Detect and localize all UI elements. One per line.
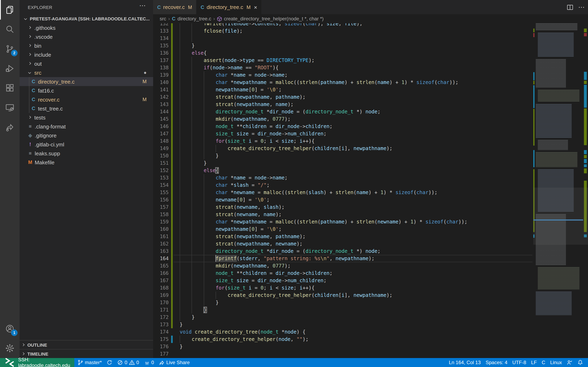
code-line-143[interactable]: 143 strcat(newpathname, name); [153, 101, 533, 108]
cursor-position[interactable]: Ln 164, Col 13 [446, 358, 483, 367]
activity-remote-explorer-button[interactable] [0, 98, 20, 117]
activity-source-control-button[interactable]: 2 [0, 39, 20, 59]
feedback-button[interactable] [564, 358, 575, 367]
code-line-139[interactable]: 139 char *name = node->name; [153, 71, 533, 79]
code-line-137[interactable]: 137 assert(node->type == DIRECTORY_TYPE)… [153, 57, 533, 64]
code-line-169[interactable]: 169 create_directory_tree_helper(childre… [153, 292, 533, 299]
code-line-140[interactable]: 140 char *newpathname = malloc((strlen(p… [153, 79, 533, 86]
more-actions-icon[interactable]: ⋯ [578, 3, 585, 11]
code-line-164[interactable]: 164 fprintf(stderr, "pattern string: %s\… [153, 255, 533, 262]
tree-item-makefile[interactable]: MMakefile [20, 158, 153, 167]
code-line-149[interactable]: 149 create_directory_tree_helper(childre… [153, 145, 533, 152]
code-line-155[interactable]: 155 char *newname = malloc((strlen(slash… [153, 189, 533, 196]
editor-group: Crecover.cMCdirectory_tree.cM× ⋯ src›Cdi… [153, 0, 588, 358]
code-line-166[interactable]: 166 node_t **children = dir_node->childr… [153, 269, 533, 277]
code-line-151[interactable]: 151 } [153, 159, 533, 167]
ports-indicator[interactable]: 0 [141, 358, 156, 367]
tree-item-recover-c[interactable]: Crecover.cM [20, 95, 153, 104]
tree-item-directory-tree-c[interactable]: Cdirectory_tree.cM [20, 77, 153, 86]
code-line-163[interactable]: 163 directory_node_t *dir_node = (direct… [153, 248, 533, 255]
code-line-156[interactable]: 156 newname[0] = '\0'; [153, 196, 533, 203]
code-line-173[interactable]: 173} [153, 321, 533, 328]
os-indicator[interactable]: Linux [548, 358, 564, 367]
activity-accounts-button[interactable]: 1 [0, 319, 20, 338]
branch-indicator[interactable]: master* [75, 358, 104, 367]
code-line-167[interactable]: 167 size_t size = dir_node->num_children… [153, 277, 533, 284]
split-editor-icon[interactable] [567, 4, 573, 10]
code-line-134[interactable]: 134 [153, 35, 533, 42]
tree-item-leaks-supp[interactable]: ≡leaks.supp [20, 149, 153, 158]
code-line-154[interactable]: 154 char *slash = "/"; [153, 182, 533, 189]
tree-item-fat16-c[interactable]: Cfat16.c [20, 86, 153, 95]
code-line-161[interactable]: 161 strcat(newpathname, pathname); [153, 233, 533, 240]
code-line-159[interactable]: 159 char *newpathname = malloc((strlen(p… [153, 218, 533, 225]
notifications-bell[interactable] [575, 358, 586, 367]
code-line-142[interactable]: 142 strcat(newpathname, pathname); [153, 93, 533, 101]
code-line-157[interactable]: 157 strcat(newname, slash); [153, 203, 533, 211]
code-line-168[interactable]: 168 for(size_t i = 0; i < size; i++){ [153, 284, 533, 292]
activity-run-debug-button[interactable] [0, 59, 20, 78]
code-line-152[interactable]: 152 else{ [153, 167, 533, 174]
sidebar-more-actions-icon[interactable]: ⋯ [139, 2, 146, 9]
eol-indicator[interactable]: LF [528, 358, 539, 367]
live-share-button[interactable]: Live Share [156, 358, 192, 367]
activity-settings-button[interactable] [0, 338, 20, 358]
tab-directory-tree-c[interactable]: Cdirectory_tree.cM× [197, 0, 261, 14]
code-line-174[interactable]: 174void create_directory_tree(node_t *no… [153, 328, 533, 336]
tab-recover-c[interactable]: Crecover.cM [153, 0, 196, 14]
activity-search-button[interactable] [0, 20, 20, 39]
tree-root-folder[interactable]: PRETEST-AGANGAVA [SSH: LABRADOODLE.CALTE… [20, 14, 153, 23]
code-line-133[interactable]: 133 fclose(file); [153, 27, 533, 35]
line-number: 170 [153, 299, 169, 306]
code-line-170[interactable]: 170 } [153, 299, 533, 306]
tree-item-src[interactable]: src● [20, 68, 153, 77]
code-line-132[interactable]: 132 fwrite(filenode->contents, sizeof(ch… [153, 23, 533, 27]
tree-item-out[interactable]: out [20, 59, 153, 68]
code-line-135[interactable]: 135 } [153, 42, 533, 49]
code-line-160[interactable]: 160 newpathname[0] = '\0'; [153, 225, 533, 233]
activity-extensions-button[interactable] [0, 78, 20, 98]
sync-button[interactable] [104, 358, 115, 367]
language-indicator[interactable]: C [539, 358, 548, 367]
code-line-172[interactable]: 172 } [153, 314, 533, 321]
tree-item-tests[interactable]: tests [20, 113, 153, 122]
problems-indicator[interactable]: 00 [115, 358, 141, 367]
code-line-165[interactable]: 165 mkdir(newpathname, 0777); [153, 262, 533, 269]
tree-item--clang-format[interactable]: ≡.clang-format [20, 122, 153, 131]
code-line-158[interactable]: 158 strcat(newname, name); [153, 211, 533, 218]
code-line-153[interactable]: 153 char *name = node->name; [153, 174, 533, 182]
tree-item-bin[interactable]: bin [20, 41, 153, 50]
code-line-150[interactable]: 150 } [153, 152, 533, 159]
code-line-145[interactable]: 145 mkdir(newpathname, 0777); [153, 115, 533, 123]
minimap-slider[interactable] [533, 188, 588, 245]
breadcrumb-item[interactable]: directory_tree.c [177, 16, 211, 22]
close-icon[interactable]: × [254, 4, 257, 10]
code-line-175[interactable]: 175 create_directory_tree_helper(node, "… [153, 336, 533, 343]
code-line-148[interactable]: 148 for(size_t i = 0; i < size; i++){ [153, 137, 533, 145]
tree-item--githooks[interactable]: .githooks [20, 23, 153, 32]
tree-item-include[interactable]: include [20, 50, 153, 59]
code-line-141[interactable]: 141 newpathname[0] = '\0'; [153, 86, 533, 93]
breadcrumb-item[interactable]: create_directory_tree_helper(node_t *, c… [224, 16, 324, 22]
activity-explorer-button[interactable] [0, 0, 20, 20]
code-editor[interactable]: 132 fwrite(filenode->contents, sizeof(ch… [153, 23, 533, 358]
code-line-144[interactable]: 144 directory_node_t *dir_node = (direct… [153, 108, 533, 115]
code-line-138[interactable]: 138 if(node->name == "ROOT"){ [153, 64, 533, 71]
indentation-indicator[interactable]: Spaces: 4 [483, 358, 510, 367]
code-line-171[interactable]: 171 } [153, 306, 533, 314]
tree-item--gitlab-ci-yml[interactable]: !.gitlab-ci.yml [20, 140, 153, 149]
code-line-176[interactable]: 176} [153, 343, 533, 350]
encoding-indicator[interactable]: UTF-8 [510, 358, 528, 367]
code-line-177[interactable]: 177 [153, 350, 533, 358]
tree-item--gitignore[interactable]: ◆.gitignore [20, 131, 153, 140]
sidebar-section-outline[interactable]: OUTLINE [20, 340, 153, 349]
activity-live-share-button[interactable] [0, 117, 20, 137]
breadcrumb-item[interactable]: src [160, 16, 166, 22]
code-line-162[interactable]: 162 strcat(newpathname, newname); [153, 240, 533, 248]
tree-item--vscode[interactable]: .vscode [20, 32, 153, 41]
code-line-136[interactable]: 136 else{ [153, 49, 533, 57]
code-line-146[interactable]: 146 node_t **children = dir_node->childr… [153, 123, 533, 130]
remote-indicator[interactable]: SSH: labradoodle.caltech.edu [0, 358, 74, 367]
tree-item-test-tree-c[interactable]: Ctest_tree.c [20, 104, 153, 113]
code-line-147[interactable]: 147 size_t size = dir_node->num_children… [153, 130, 533, 137]
